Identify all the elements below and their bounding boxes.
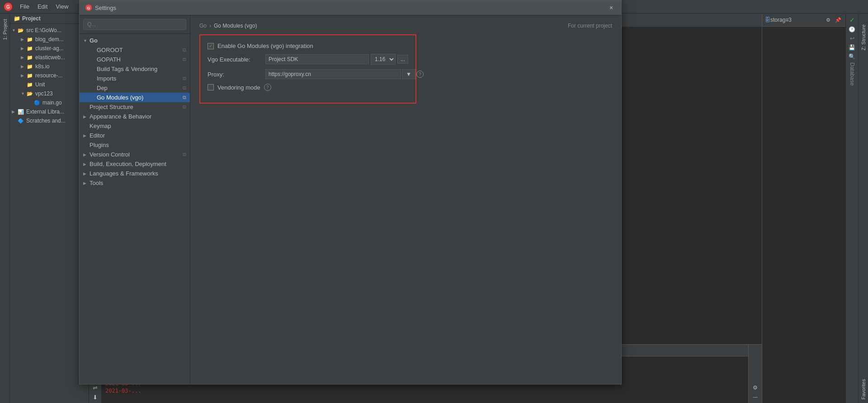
clock-icon[interactable]: 🕐 [848,25,856,33]
settings-item-gomodules[interactable]: Go Modules (vgo) ⧉ [80,93,190,102]
settings-item-label: GOPATH [97,56,121,63]
tree-label: src E:\GoWo... [26,27,61,33]
settings-item-gopath[interactable]: GOPATH ⧉ [80,55,190,64]
tree-item-vpc[interactable]: ▼ 📂 vpc123 [10,89,89,98]
copy-icon[interactable]: ⧉ [183,104,186,110]
folder-icon: 📁 [26,63,33,70]
project-title: Project [22,15,41,22]
tree-arrow: ▶ [21,64,26,69]
settings-arrow: ▶ [83,162,90,166]
tree-item-cluster[interactable]: ▶ 📁 cluster-ag... [10,44,89,53]
app-logo: G [4,2,13,11]
dialog-title: G Settings [85,4,116,11]
settings-item-go[interactable]: ▼ Go [80,36,190,45]
tree-item-extlib[interactable]: ▶ 📊 External Libra... [10,107,89,116]
settings-item-label: Appearance & Behavior [90,113,151,120]
project-tree: ▼ 📂 src E:\GoWo... ▶ 📁 blog_dem... ▶ 📁 c… [10,24,89,403]
tree-item-unit[interactable]: 📁 Unit [10,80,89,89]
dialog-close-button[interactable]: × [607,3,616,12]
copy-icon[interactable]: ⧉ [183,76,186,81]
tree-item-resource[interactable]: ▶ 📁 resource-... [10,71,89,80]
vendoring-label: Vendoring mode [217,84,260,91]
enable-checkbox[interactable] [208,43,214,49]
storage-settings-btn[interactable]: ⚙ [824,15,833,24]
vendoring-checkbox[interactable] [208,84,214,90]
tree-item-blog[interactable]: ▶ 📁 blog_dem... [10,35,89,44]
menu-edit[interactable]: Edit [34,2,51,11]
wrap-button[interactable]: ⇌ [91,384,100,392]
vgo-executable-group: 1.16 ... [265,54,408,65]
tree-arrow: ▶ [21,73,26,78]
proxy-help-icon[interactable]: ? [416,71,424,78]
vgo-executable-label: Vgo Executable: [208,56,262,63]
tree-item-elasticweb[interactable]: ▶ 📁 elasticweb... [10,53,89,62]
scratches-icon: 🔷 [17,117,24,124]
settings-search-input[interactable] [83,19,186,30]
z-structure-panel: Z: Structure Favorites [858,14,868,403]
pin-button[interactable]: ⬇ [91,394,100,401]
proxy-dropdown-button[interactable]: ▼ [402,69,415,79]
checkmark-icon[interactable]: ✓ [849,15,856,24]
settings-item-languages[interactable]: ▶ Languages & Frameworks [80,169,190,178]
project-panel-label[interactable]: 1: Project [1,17,9,42]
storage-pin-btn[interactable]: 📌 [834,15,843,24]
folder-icon: 📁 [26,36,33,43]
copy-icon[interactable]: ⧉ [183,95,186,100]
settings-item-appearance[interactable]: ▶ Appearance & Behavior [80,112,190,121]
proxy-input[interactable] [265,69,401,79]
settings-item-imports[interactable]: Imports ⧉ [80,74,190,83]
folder-icon: 📁 [26,54,33,61]
settings-item-label: Plugins [90,142,109,148]
vgo-executable-input[interactable] [265,54,369,64]
settings-item-tools[interactable]: ▶ Tools [80,178,190,188]
dialog-title-text: Settings [95,5,116,11]
tree-item-scratches[interactable]: 🔷 Scratches and... [10,116,89,125]
menu-view[interactable]: View [52,2,72,11]
tree-label: vpc123 [35,90,53,97]
menu-file[interactable]: File [16,2,33,11]
copy-icon[interactable]: ⧉ [183,152,186,157]
copy-icon[interactable]: ⧉ [183,47,186,53]
tree-item-maingo[interactable]: 🔵 main.go [10,98,89,107]
save-icon[interactable]: 💾 [848,43,856,52]
library-icon: 📊 [17,108,24,115]
structure-panel-label[interactable]: Z: Structure [860,23,867,52]
tree-item-k8s[interactable]: ▶ 📁 k8s.io [10,62,89,71]
settings-item-buildtags[interactable]: Build Tags & Vendoring [80,64,190,74]
settings-item-dep[interactable]: Dep ⧉ [80,83,190,93]
settings-item-projstruct[interactable]: Project Structure ⧉ [80,102,190,112]
tree-item-src[interactable]: ▼ 📂 src E:\GoWo... [10,26,89,35]
settings-item-keymap[interactable]: Keymap [80,121,190,131]
undo-icon[interactable]: ↩ [849,34,855,43]
settings-item-plugins[interactable]: Plugins [80,140,190,150]
run-minimize-button[interactable]: — [751,392,760,401]
database-label[interactable]: Database [848,62,856,86]
settings-item-editor[interactable]: ▶ Editor [80,131,190,140]
copy-icon[interactable]: ⧉ [183,57,186,62]
folder-icon: 📁 [14,15,20,22]
settings-arrow: ▶ [83,133,90,138]
favorites-panel-label[interactable]: Favorites [860,377,867,401]
settings-item-label: Build, Execution, Deployment [90,161,166,167]
run-settings-button[interactable]: ⚙ [751,383,760,392]
tree-label: blog_dem... [35,36,64,43]
folder-icon: 📁 [26,72,33,79]
far-right-panel: ✓ 🕐 ↩ 💾 🔍 Database [845,14,858,403]
folder-icon: 📁 [26,45,33,52]
settings-dialog-icon: G [85,4,92,11]
settings-item-label: Project Structure [90,104,133,110]
search-icon[interactable]: 🔍 [848,52,856,61]
settings-item-label: Go [90,37,98,44]
svg-text:G: G [87,6,90,10]
vendoring-help-icon[interactable]: ? [264,84,271,91]
vgo-version-select[interactable]: 1.16 [371,54,396,65]
settings-arrow: ▶ [83,114,90,119]
settings-item-label: Keymap [90,123,111,129]
settings-item-build[interactable]: ▶ Build, Execution, Deployment [80,159,190,169]
copy-icon[interactable]: ⧉ [183,85,186,91]
vendoring-row: Vendoring mode ? [208,84,408,91]
vgo-dots-button[interactable]: ... [397,55,408,64]
settings-item-vcs[interactable]: ▶ Version Control ⧉ [80,150,190,159]
tree-label: cluster-ag... [35,45,64,52]
settings-item-goroot[interactable]: GOROOT ⧉ [80,45,190,55]
